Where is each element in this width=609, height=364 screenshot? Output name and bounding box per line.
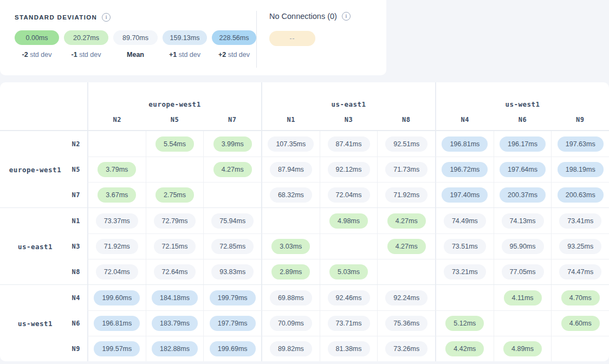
latency-pill[interactable]: 2.75ms xyxy=(156,187,194,203)
latency-cell: 4.70ms xyxy=(551,285,609,310)
row-cells: 71.92ms72.15ms72.85ms3.03ms4.27ms73.51ms… xyxy=(87,233,609,259)
latency-pill[interactable]: 197.40ms xyxy=(442,187,488,203)
latency-pill[interactable]: 196.17ms xyxy=(500,136,546,152)
latency-cell: 93.83ms xyxy=(203,259,261,284)
latency-pill[interactable]: 3.99ms xyxy=(213,136,252,152)
latency-cell: 72.64ms xyxy=(146,259,204,284)
latency-pill[interactable]: 200.63ms xyxy=(558,187,604,203)
latency-pill[interactable]: 74.49ms xyxy=(444,213,486,229)
latency-cell: 196.17ms xyxy=(494,131,552,157)
column-header-n6: N6 xyxy=(494,116,551,123)
latency-cell: 72.04ms xyxy=(87,259,146,284)
latency-pill[interactable]: 74.47ms xyxy=(559,264,601,280)
latency-pill[interactable]: 73.37ms xyxy=(96,213,138,229)
latency-pill[interactable]: 4.27ms xyxy=(387,239,426,254)
latency-pill[interactable]: 72.15ms xyxy=(154,239,196,254)
latency-pill[interactable]: 3.79ms xyxy=(98,162,136,177)
latency-pill[interactable]: 71.92ms xyxy=(385,187,427,203)
latency-cell: 199.69ms xyxy=(203,336,261,361)
latency-pill[interactable]: 4.60ms xyxy=(561,316,600,331)
latency-pill[interactable]: 197.64ms xyxy=(500,162,546,177)
latency-pill[interactable]: 183.79ms xyxy=(152,316,198,331)
latency-pill[interactable]: 72.79ms xyxy=(154,213,196,229)
latency-pill[interactable]: 74.13ms xyxy=(502,213,544,229)
latency-pill[interactable]: 5.54ms xyxy=(156,136,194,152)
latency-pill[interactable]: 107.35ms xyxy=(268,136,314,152)
latency-pill[interactable]: 93.83ms xyxy=(211,264,254,280)
legend-pill: 20.27ms xyxy=(64,30,108,45)
latency-pill[interactable]: 70.09ms xyxy=(270,316,312,331)
latency-pill[interactable]: 4.11ms xyxy=(504,290,542,306)
latency-pill[interactable]: 92.24ms xyxy=(385,290,427,306)
latency-pill[interactable]: 92.12ms xyxy=(328,162,370,177)
latency-pill[interactable]: 89.82ms xyxy=(270,341,312,356)
latency-cell: 4.98ms xyxy=(320,208,378,233)
latency-pill[interactable]: 200.37ms xyxy=(500,187,546,203)
latency-pill[interactable]: 197.63ms xyxy=(558,136,604,152)
latency-cell: 200.63ms xyxy=(551,183,609,207)
latency-cell: 92.12ms xyxy=(320,157,378,182)
latency-pill[interactable]: 4.70ms xyxy=(561,290,600,306)
table-row: N25.54ms3.99ms107.35ms87.41ms92.51ms196.… xyxy=(0,131,609,157)
std-deviation-title: STANDARD DEVIATION xyxy=(15,14,97,21)
latency-cell: 92.51ms xyxy=(377,131,435,157)
latency-pill[interactable]: 73.51ms xyxy=(444,239,486,254)
latency-pill[interactable]: 2.89ms xyxy=(271,264,310,280)
latency-pill[interactable]: 69.88ms xyxy=(270,290,312,306)
latency-pill[interactable]: 73.71ms xyxy=(328,316,370,331)
latency-pill[interactable]: 77.05ms xyxy=(502,264,544,280)
latency-pill[interactable]: 199.79ms xyxy=(210,290,256,306)
info-icon[interactable]: i xyxy=(342,12,351,21)
latency-pill[interactable]: 92.51ms xyxy=(385,136,427,152)
column-group-us-west1: us-west1N4N6N9 xyxy=(435,82,609,130)
latency-pill[interactable]: 68.32ms xyxy=(270,187,312,203)
latency-pill[interactable]: 184.18ms xyxy=(152,290,198,306)
latency-pill[interactable]: 199.60ms xyxy=(94,290,140,306)
latency-cell: 75.94ms xyxy=(203,208,261,233)
latency-pill[interactable]: 75.36ms xyxy=(385,316,427,331)
latency-pill[interactable]: 4.98ms xyxy=(329,213,368,229)
latency-pill[interactable]: 4.27ms xyxy=(213,162,252,177)
latency-pill[interactable]: 73.26ms xyxy=(385,341,427,356)
latency-pill[interactable]: 87.94ms xyxy=(270,162,312,177)
row-group-us-west1: us-west1N4199.60ms184.18ms199.79ms69.88m… xyxy=(0,284,609,361)
latency-cell: 4.89ms xyxy=(494,336,552,361)
latency-pill[interactable]: 72.04ms xyxy=(328,187,370,203)
latency-pill[interactable]: 93.25ms xyxy=(559,239,601,254)
latency-pill[interactable]: 196.72ms xyxy=(442,162,488,177)
latency-pill[interactable]: 72.04ms xyxy=(96,264,138,280)
latency-pill[interactable]: 4.42ms xyxy=(445,341,484,356)
latency-pill[interactable]: 4.89ms xyxy=(503,341,542,356)
latency-pill[interactable]: 4.27ms xyxy=(387,213,426,229)
latency-cell: 197.40ms xyxy=(435,183,494,207)
latency-pill[interactable]: 5.12ms xyxy=(445,316,484,331)
latency-pill[interactable]: 95.90ms xyxy=(502,239,544,254)
latency-pill[interactable]: 87.41ms xyxy=(328,136,370,152)
latency-pill[interactable]: 197.79ms xyxy=(210,316,256,331)
latency-pill[interactable]: 75.94ms xyxy=(211,213,254,229)
latency-pill[interactable]: 73.21ms xyxy=(444,264,486,280)
latency-pill[interactable]: 196.81ms xyxy=(442,136,488,152)
latency-pill[interactable]: 81.38ms xyxy=(328,341,370,356)
latency-pill[interactable]: 5.03ms xyxy=(329,264,368,280)
latency-pill[interactable]: 198.19ms xyxy=(558,162,604,177)
latency-pill[interactable]: 196.81ms xyxy=(94,316,140,331)
latency-pill[interactable]: 199.69ms xyxy=(210,341,256,356)
latency-pill[interactable]: 3.67ms xyxy=(98,187,136,203)
latency-pill[interactable]: 73.41ms xyxy=(559,213,601,229)
latency-cell xyxy=(261,208,320,233)
latency-pill[interactable]: 92.46ms xyxy=(328,290,370,306)
row-cells: 73.37ms72.79ms75.94ms4.98ms4.27ms74.49ms… xyxy=(87,208,609,233)
latency-pill[interactable]: 199.57ms xyxy=(94,341,140,356)
latency-pill[interactable]: 72.85ms xyxy=(211,239,254,254)
legend-pill: 0.00ms xyxy=(15,30,59,45)
latency-cell: 4.27ms xyxy=(377,234,435,259)
latency-pill[interactable]: 71.92ms xyxy=(96,239,138,254)
latency-cell xyxy=(435,285,494,310)
latency-pill[interactable]: 71.73ms xyxy=(385,162,427,177)
latency-cell: 73.41ms xyxy=(551,208,609,233)
latency-pill[interactable]: 182.88ms xyxy=(152,341,198,356)
latency-pill[interactable]: 3.03ms xyxy=(271,239,310,254)
latency-pill[interactable]: 72.64ms xyxy=(154,264,196,280)
info-icon[interactable]: i xyxy=(102,13,111,22)
